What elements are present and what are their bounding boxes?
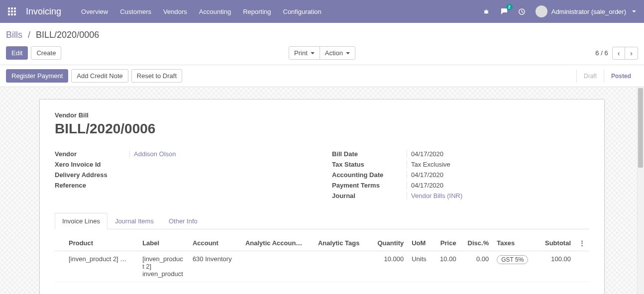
edit-button[interactable]: Edit: [6, 46, 28, 60]
breadcrumb-sep: /: [28, 30, 30, 40]
tab-journal-items[interactable]: Journal Items: [107, 213, 161, 229]
th-label[interactable]: Label: [138, 235, 189, 251]
breadcrumb-row: Bills / BILL/2020/0006: [0, 23, 644, 44]
xero-invoice-id-label: Xero Invoice Id: [55, 161, 129, 168]
nav-overview[interactable]: Overview: [81, 8, 108, 15]
th-analytic-account[interactable]: Analytic Accoun…: [241, 235, 314, 251]
register-payment-button[interactable]: Register Payment: [6, 69, 68, 83]
chevron-down-icon: [311, 52, 315, 54]
th-taxes[interactable]: Taxes: [493, 235, 537, 251]
form-group: Vendor Addison Olson Xero Invoice Id Del…: [55, 149, 589, 201]
page-title: BILL/2020/0006: [55, 121, 589, 137]
chat-icon[interactable]: 2: [500, 7, 509, 16]
scrollbar[interactable]: [637, 87, 644, 294]
user-menu[interactable]: Administrator (sale_order): [536, 5, 636, 17]
svg-rect-0: [8, 7, 10, 9]
delivery-address-label: Delivery Address: [55, 171, 129, 179]
cell-price: 10.00: [433, 251, 460, 282]
form-sheet: Vendor Bill BILL/2020/0006 Vendor Addiso…: [39, 99, 605, 294]
cell-analytic-account: [241, 251, 314, 282]
nav-reporting[interactable]: Reporting: [243, 8, 271, 15]
svg-rect-2: [14, 7, 16, 9]
kebab-icon[interactable]: ⋮: [579, 239, 585, 247]
svg-rect-4: [11, 10, 13, 12]
th-quantity[interactable]: Quantity: [369, 235, 408, 251]
avatar: [536, 5, 547, 17]
accounting-date-value: 04/17/2020: [407, 171, 589, 179]
pager-prev-button[interactable]: ‹: [612, 47, 626, 60]
th-disc[interactable]: Disc.%: [460, 235, 493, 251]
vendor-label: Vendor: [55, 150, 129, 158]
th-account[interactable]: Account: [189, 235, 241, 251]
app-title[interactable]: Invoicing: [26, 6, 61, 17]
top-right: 2 Administrator (sale_order): [482, 5, 636, 17]
th-subtotal[interactable]: Subtotal: [537, 235, 575, 251]
status-posted[interactable]: Posted: [604, 70, 638, 83]
reset-to-draft-button[interactable]: Reset to Draft: [131, 69, 182, 83]
breadcrumb: Bills / BILL/2020/0006: [6, 30, 638, 40]
cell-account: 630 Inventory: [189, 251, 241, 282]
nav-vendors[interactable]: Vendors: [163, 8, 187, 15]
breadcrumb-root[interactable]: Bills: [6, 30, 22, 40]
cell-disc: 0.00: [460, 251, 493, 282]
cell-label: [inven_product 2] inven_product: [138, 251, 189, 282]
breadcrumb-current: BILL/2020/0006: [36, 30, 99, 40]
table-header-row: Product Label Account Analytic Accoun… A…: [55, 235, 589, 251]
nav-configuration[interactable]: Configuration: [283, 8, 322, 15]
print-action-group: Print Action: [289, 46, 355, 60]
svg-rect-8: [14, 13, 16, 15]
svg-line-11: [484, 10, 485, 11]
bill-date-label: Bill Date: [332, 150, 407, 158]
th-price[interactable]: Price: [433, 235, 460, 251]
top-nav: Overview Customers Vendors Accounting Re…: [81, 8, 482, 15]
cell-quantity: 10.000: [369, 251, 408, 282]
scrollbar-thumb[interactable]: [638, 88, 643, 168]
apps-icon[interactable]: [8, 7, 16, 15]
cell-subtotal: 100.00: [537, 251, 575, 282]
form-col-right: Bill Date 04/17/2020 Tax Status Tax Excl…: [332, 149, 589, 201]
pager-next-button[interactable]: ›: [625, 47, 638, 60]
action-dropdown[interactable]: Action: [320, 46, 355, 60]
svg-rect-7: [11, 13, 13, 15]
bill-date-value: 04/17/2020: [407, 150, 589, 158]
chevron-down-icon: [632, 10, 636, 12]
tax-status-value: Tax Exclusive: [407, 161, 589, 168]
user-name: Administrator (sale_order): [551, 8, 626, 15]
tab-other-info[interactable]: Other Info: [161, 213, 205, 229]
create-button[interactable]: Create: [31, 46, 61, 60]
pager: 6 / 6 ‹ ›: [595, 47, 638, 60]
th-uom[interactable]: UoM: [408, 235, 433, 251]
chevron-down-icon: [346, 52, 350, 54]
statusbar: Register Payment Add Credit Note Reset t…: [0, 65, 644, 87]
cell-taxes: GST 5%: [493, 251, 537, 282]
clock-icon[interactable]: [518, 7, 527, 16]
statusbar-buttons: Register Payment Add Credit Note Reset t…: [6, 69, 182, 83]
cell-analytic-tags: [314, 251, 369, 282]
th-analytic-tags[interactable]: Analytic Tags: [314, 235, 369, 251]
content-wrap: Vendor Bill BILL/2020/0006 Vendor Addiso…: [0, 87, 644, 294]
journal-label: Journal: [332, 192, 407, 199]
print-label: Print: [294, 49, 308, 57]
table-row[interactable]: [inven_product 2] … [inven_product 2] in…: [55, 251, 589, 282]
nav-customers[interactable]: Customers: [120, 8, 151, 15]
tab-invoice-lines[interactable]: Invoice Lines: [55, 213, 107, 229]
add-credit-note-button[interactable]: Add Credit Note: [71, 69, 128, 83]
print-dropdown[interactable]: Print: [289, 46, 320, 60]
tax-pill: GST 5%: [497, 255, 528, 264]
svg-line-13: [484, 13, 485, 13]
svg-rect-5: [14, 10, 16, 12]
journal-link[interactable]: Vendor Bills (INR): [411, 192, 462, 199]
th-product[interactable]: Product: [65, 235, 138, 251]
svg-line-12: [487, 10, 488, 11]
svg-line-14: [487, 13, 488, 13]
chevron-left-icon: ‹: [618, 50, 620, 57]
cell-product: [inven_product 2] …: [65, 251, 138, 282]
accounting-date-label: Accounting Date: [332, 171, 407, 179]
nav-accounting[interactable]: Accounting: [199, 8, 231, 15]
vendor-link[interactable]: Addison Olson: [134, 150, 176, 158]
edit-create-buttons: Edit Create: [6, 46, 61, 60]
status-draft[interactable]: Draft: [576, 70, 604, 83]
svg-rect-6: [8, 13, 10, 15]
tax-status-label: Tax Status: [332, 161, 407, 168]
bug-icon[interactable]: [482, 7, 491, 16]
